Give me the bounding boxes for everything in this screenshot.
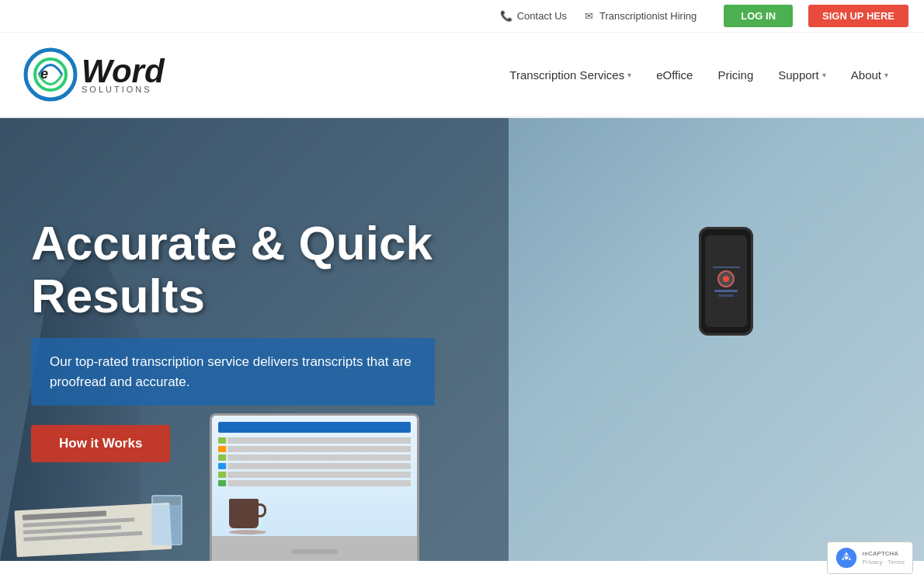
recaptcha-badge: reCAPTCHA Privacy · Terms [827, 541, 913, 574]
hero-title: Accurate & Quick Results [31, 217, 575, 322]
main-nav: Transcription Services ▾ eOffice Pricing… [497, 61, 901, 89]
how-it-works-button[interactable]: How it Works [31, 425, 170, 462]
logo-text: Word SOLUTIONS [82, 55, 165, 94]
phone-image [699, 227, 753, 336]
logo-icon: e [23, 47, 78, 102]
envelope-icon: ✉ [582, 10, 595, 23]
signup-button[interactable]: SIGN UP HERE [808, 5, 908, 27]
recaptcha-label: reCAPTCHA [862, 550, 905, 558]
svg-point-0 [26, 50, 75, 99]
transcriptionist-hiring-link[interactable]: ✉ Transcriptionist Hiring [582, 10, 696, 23]
chevron-down-icon-about: ▾ [884, 71, 888, 79]
nav-about[interactable]: About ▾ [839, 61, 901, 89]
header: e Word SOLUTIONS Transcription Services … [0, 33, 924, 118]
hero-content: Accurate & Quick Results Our top-rated t… [0, 118, 606, 561]
phone-icon: 📞 [500, 10, 512, 23]
nav-transcription-services[interactable]: Transcription Services ▾ [497, 61, 644, 89]
chevron-down-icon-support: ▾ [822, 71, 826, 79]
top-bar-links: 📞 Contact Us ✉ Transcriptionist Hiring [16, 10, 696, 23]
contact-us-link[interactable]: 📞 Contact Us [500, 10, 567, 23]
recaptcha-logo-icon [835, 547, 857, 569]
top-bar: 📞 Contact Us ✉ Transcriptionist Hiring L… [0, 0, 924, 33]
recaptcha-terms[interactable]: Terms [888, 559, 905, 566]
login-button[interactable]: LOG IN [724, 5, 793, 27]
recaptcha-privacy[interactable]: Privacy [862, 559, 882, 566]
transcriptionist-hiring-label: Transcriptionist Hiring [599, 10, 696, 22]
svg-point-5 [845, 556, 848, 559]
bottom-section: Transcription Services and eOffice™ Docu… [0, 561, 924, 585]
phone-screen [705, 235, 747, 327]
hero-subtitle: Our top-rated transcription service deli… [50, 352, 416, 392]
nav-pricing[interactable]: Pricing [705, 61, 766, 89]
logo-solutions-text: SOLUTIONS [82, 85, 165, 94]
hero-subtitle-box: Our top-rated transcription service deli… [31, 338, 435, 406]
contact-us-label: Contact Us [517, 10, 567, 22]
phone-record-button [717, 270, 735, 287]
svg-text:e: e [40, 66, 48, 82]
hero-section: Accurate & Quick Results Our top-rated t… [0, 118, 924, 561]
nav-support[interactable]: Support ▾ [766, 61, 839, 89]
nav-eoffice[interactable]: eOffice [644, 61, 705, 89]
chevron-down-icon: ▾ [627, 71, 631, 79]
logo[interactable]: e Word SOLUTIONS [23, 47, 165, 102]
recaptcha-links: Privacy · Terms [862, 559, 905, 566]
logo-word-text: Word [82, 55, 165, 88]
